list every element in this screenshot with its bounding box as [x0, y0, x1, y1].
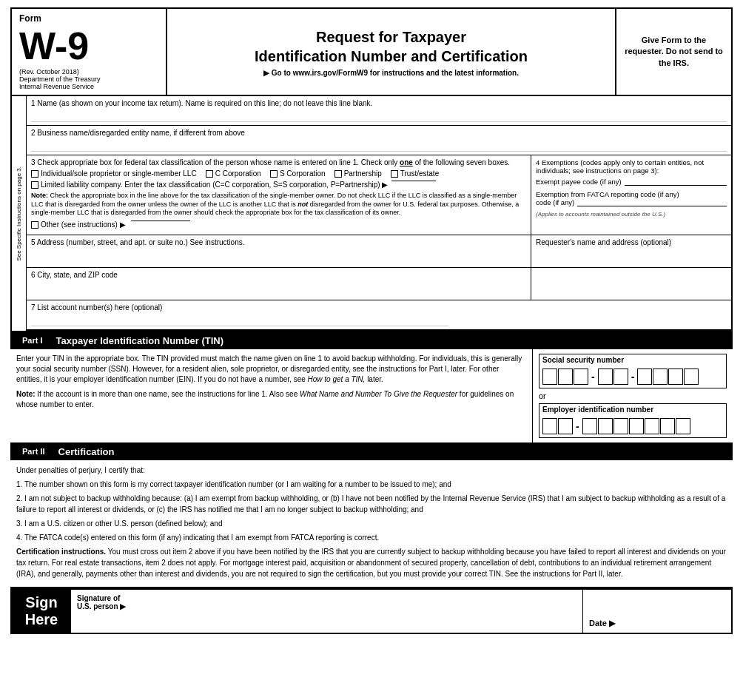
- w9-form: Form W-9 (Rev. October 2018) Department …: [0, 0, 743, 642]
- sidebar: See Specific Instructions on page 3.: [12, 96, 27, 331]
- ein-cell9[interactable]: [676, 418, 690, 434]
- ssn-cell4[interactable]: [598, 368, 613, 385]
- ein-fields: -: [539, 415, 726, 437]
- here-word: Here: [25, 611, 58, 628]
- other-option: Other (see instructions) ▶: [31, 221, 526, 229]
- line6-section: 6 City, state, and ZIP code: [27, 268, 731, 300]
- line6-label: 6 City, state, and ZIP code: [31, 271, 526, 279]
- form-number: W-9: [19, 24, 158, 68]
- llc-checkbox[interactable]: [31, 181, 38, 189]
- line2-input[interactable]: [31, 138, 727, 152]
- ssn-cell1[interactable]: [542, 368, 557, 385]
- line7-section: 7 List account number(s) here (optional): [27, 300, 731, 331]
- fatca-section: Exemption from FATCA reporting code (if …: [536, 190, 727, 218]
- ssn-cell7[interactable]: [653, 368, 668, 385]
- ein-cell6[interactable]: [629, 418, 644, 434]
- individual-checkbox[interactable]: [31, 170, 38, 178]
- ein-cell2[interactable]: [558, 418, 573, 434]
- ein-cell5[interactable]: [613, 418, 628, 434]
- llc-option: Limited liability company. Enter the tax…: [31, 181, 526, 189]
- form-goto: ▶ Go to www.irs.gov/FormW9 for instructi…: [263, 69, 519, 77]
- ein-seg2: [582, 418, 690, 434]
- line5-left: 5 Address (number, street, and apt. or s…: [27, 235, 531, 267]
- sign-section: Sign Here Signature of U.S. person ▶ Dat…: [10, 588, 733, 634]
- fatca-line: code (if any): [536, 198, 727, 206]
- form-word: Form: [19, 13, 158, 24]
- part1-title: Taxpayer Identification Number (TIN): [56, 335, 224, 346]
- line5-label: 5 Address (number, street, and apt. or s…: [31, 238, 526, 246]
- line5-section: 5 Address (number, street, and apt. or s…: [27, 235, 731, 268]
- exempt-payee-line: Exempt payee code (if any): [536, 178, 727, 186]
- ssn-cell9[interactable]: [684, 368, 699, 385]
- sign-label: Sign Here: [12, 590, 71, 633]
- part2-header: Part II Certification: [10, 443, 733, 460]
- s-corp-checkbox[interactable]: [270, 170, 278, 178]
- sign-word: Sign: [25, 594, 57, 611]
- trust-option: Trust/estate: [391, 169, 439, 178]
- line6-input[interactable]: [31, 280, 526, 297]
- form-instructions: Give Form to the requester. Do not send …: [616, 9, 731, 95]
- part1-section: Part I Taxpayer Identification Number (T…: [10, 332, 733, 443]
- ein-cell8[interactable]: [660, 418, 675, 434]
- partnership-checkbox[interactable]: [334, 170, 342, 178]
- line1-label: 1 Name (as shown on your income tax retu…: [31, 99, 727, 107]
- partnership-label: Partnership: [344, 169, 382, 178]
- line4-label: 4 Exemptions (codes apply only to certai…: [536, 158, 727, 218]
- c-corp-option: C Corporation: [206, 169, 261, 178]
- s-corp-label: S Corporation: [280, 169, 326, 178]
- line7-input[interactable]: [31, 313, 448, 326]
- ssn-cell5[interactable]: [613, 368, 628, 385]
- ssn-seg3: [637, 368, 699, 385]
- form-rev: (Rev. October 2018): [19, 68, 158, 75]
- form-irs: Internal Revenue Service: [19, 83, 158, 90]
- exempt-payee-label: Exempt payee code (if any): [536, 178, 622, 186]
- sign-content: Signature of U.S. person ▶ Date ▶: [71, 590, 731, 633]
- signature-label: Signature of U.S. person ▶: [77, 594, 576, 610]
- form-id-section: Form W-9 (Rev. October 2018) Department …: [12, 9, 167, 95]
- s-corp-option: S Corporation: [270, 169, 326, 178]
- exempt-payee-underline: [625, 185, 727, 186]
- requester-address-space: [531, 268, 731, 300]
- or-text: or: [539, 391, 727, 400]
- cert-item1: 1. The number shown on this form is my c…: [16, 479, 727, 490]
- ssn-cell8[interactable]: [668, 368, 683, 385]
- trust-checkbox[interactable]: [391, 170, 398, 178]
- ein-cell7[interactable]: [645, 418, 659, 434]
- ssn-cell6[interactable]: [637, 368, 652, 385]
- line2-label: 2 Business name/disregarded entity name,…: [31, 129, 727, 137]
- part1-header: Part I Taxpayer Identification Number (T…: [10, 332, 733, 349]
- line5-input[interactable]: [31, 248, 526, 264]
- llc-input-line: [391, 181, 436, 181]
- ssn-box: Social security number - -: [539, 354, 727, 388]
- individual-option: Individual/sole proprietor or single-mem…: [31, 169, 197, 178]
- c-corp-label: C Corporation: [215, 169, 261, 178]
- date-area: Date ▶: [583, 590, 731, 633]
- cert-instructions-text: You must cross out item 2 above if you h…: [16, 548, 726, 578]
- signature-area: Signature of U.S. person ▶: [71, 590, 583, 633]
- partnership-option: Partnership: [334, 169, 382, 178]
- ein-cell3[interactable]: [582, 418, 597, 434]
- date-label: Date ▶: [589, 619, 615, 628]
- line1-input[interactable]: [31, 109, 727, 122]
- form-dept: Department of the Treasury: [19, 75, 158, 83]
- other-checkbox[interactable]: [31, 221, 38, 229]
- c-corp-checkbox[interactable]: [206, 170, 213, 178]
- cert-instructions-label: Certification instructions.: [16, 548, 106, 556]
- ssn-cell2[interactable]: [558, 368, 573, 385]
- line3-section: 3 Check appropriate box for federal tax …: [27, 155, 731, 235]
- ein-cell4[interactable]: [598, 418, 613, 434]
- exemptions-panel: 4 Exemptions (codes apply only to certai…: [531, 155, 731, 235]
- cert-item3: 3. I am a U.S. citizen or other U.S. per…: [16, 518, 727, 529]
- cert-instructions-para: Certification instructions. You must cro…: [16, 546, 727, 579]
- ssn-cell3[interactable]: [574, 368, 588, 385]
- give-form-text: Give Form to the requester. Do not send …: [622, 35, 725, 69]
- part2-section: Part II Certification Under penalties of…: [10, 443, 733, 588]
- ssn-seg1: [542, 368, 588, 385]
- line6-left: 6 City, state, and ZIP code: [27, 268, 531, 300]
- line1: 1 Name (as shown on your income tax retu…: [27, 96, 731, 126]
- form-body: 1 Name (as shown on your income tax retu…: [27, 96, 731, 331]
- individual-label: Individual/sole proprietor or single-mem…: [41, 169, 197, 178]
- ein-label: Employer identification number: [539, 404, 726, 415]
- ein-cell1[interactable]: [542, 418, 557, 434]
- ein-seg1: [542, 418, 573, 434]
